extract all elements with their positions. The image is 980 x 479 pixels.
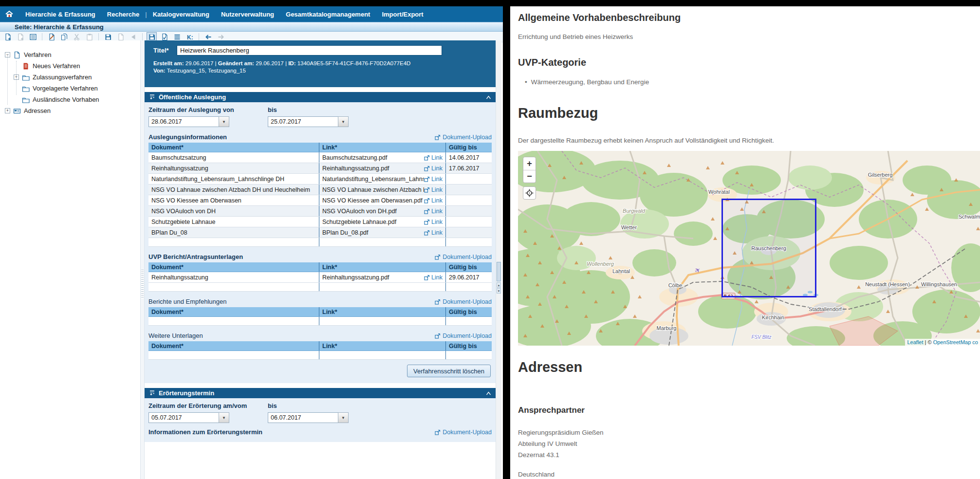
eroerterung-date-to: ▼ <box>268 412 349 423</box>
link-button[interactable]: Link <box>424 208 443 215</box>
link-cell[interactable] <box>319 317 446 325</box>
section-oeffentliche-auslegung[interactable]: Öffentliche Auslegung <box>145 92 496 102</box>
tree-item-ausländische-vorhaben[interactable]: Ausländische Vorhaben <box>0 94 140 105</box>
dropdown-arrow-icon[interactable]: ▼ <box>338 412 349 423</box>
dropdown-arrow-icon[interactable]: ▼ <box>338 116 349 127</box>
collapse-chevron-icon[interactable] <box>486 95 491 100</box>
doc-cell[interactable] <box>148 351 319 359</box>
table-row: ReinhaltungssatzungReinhaltungssatzung.p… <box>148 163 492 174</box>
link-cell[interactable] <box>319 238 446 246</box>
section-eroerterungstermin[interactable]: Erörterungstermin <box>145 388 496 398</box>
dokument-upload-link[interactable]: Dokument-Upload <box>435 429 492 436</box>
dokument-upload-link[interactable]: Dokument-Upload <box>435 298 492 305</box>
link-button[interactable]: Link <box>424 197 443 204</box>
home-icon[interactable] <box>3 8 16 20</box>
map-selection-rectangle <box>721 199 816 297</box>
eroerterung-date-from-input[interactable] <box>148 412 219 423</box>
delete-step-button[interactable]: Verfahrensschritt löschen <box>407 365 491 377</box>
table-title-weitere-unterlagen: Weitere Unterlagen <box>148 332 203 339</box>
doc-table-berichte-und-empfehlungen: Dokument*Link*Gültig bis <box>148 307 492 326</box>
link-button[interactable]: Link <box>424 219 443 225</box>
dropdown-arrow-icon[interactable]: ▼ <box>219 412 229 423</box>
section-title: Öffentliche Auslegung <box>159 93 226 101</box>
auslegung-date-to-input[interactable] <box>268 116 338 127</box>
valid-cell <box>446 195 492 205</box>
id-label: ID: <box>288 60 296 66</box>
file-name: NSG VOAuloch von DH.pdf <box>322 208 424 215</box>
nav-item-recherche[interactable]: Recherche <box>101 11 145 18</box>
tree-item-adressen[interactable]: +Adressen <box>0 105 140 116</box>
valid-cell[interactable] <box>446 283 492 291</box>
public-view-panel: Allgemeine Vorhabenbeschreibung Errichtu… <box>510 6 980 479</box>
link-button[interactable]: Link <box>424 154 443 161</box>
doc-cell[interactable] <box>148 238 319 246</box>
tree-item-neues-verfahren[interactable]: Neues Verfahren <box>0 60 140 72</box>
doc-cell: Naturlandstiftung_Lebensraum_Lahnschling… <box>148 174 319 184</box>
valid-cell: 17.06.2017 <box>446 163 492 173</box>
collapse-chevron-icon[interactable] <box>486 391 491 396</box>
dokument-upload-link[interactable]: Dokument-Upload <box>435 254 492 260</box>
tree-item-vorgelagerte-verfahren[interactable]: Vorgelagerte Verfahren <box>0 83 140 94</box>
zoom-out-button[interactable]: − <box>523 170 536 183</box>
osm-link[interactable]: OpenStreetMap co <box>933 339 978 345</box>
doc-cell[interactable] <box>148 317 319 325</box>
link-button[interactable]: Link <box>424 165 443 172</box>
scroll-up-icon[interactable]: ▲ <box>497 282 501 288</box>
link-button[interactable]: Link <box>424 229 443 236</box>
valid-cell[interactable] <box>446 238 492 246</box>
table-empty-row <box>148 351 492 360</box>
category-heading: UVP-Kategorie <box>518 57 975 68</box>
valid-cell <box>446 184 492 195</box>
map[interactable]: ✈GilserbergBurgwaldWohratalWetterWollenb… <box>518 151 980 346</box>
tree-item-label: Adressen <box>24 107 51 114</box>
dokument-upload-link[interactable]: Dokument-Upload <box>435 332 492 339</box>
link-button[interactable]: Link <box>424 274 443 281</box>
titel-input[interactable] <box>177 45 442 55</box>
valid-cell[interactable] <box>446 351 492 359</box>
nav-item-katalogverwaltung[interactable]: Katalogverwaltung <box>147 11 215 18</box>
nav-item-gesamtkatalogmanagement[interactable]: Gesamtkatalogmanagement <box>280 11 376 18</box>
tree-item-label: Verfahren <box>24 51 51 58</box>
eroerterung-date-to-input[interactable] <box>268 412 338 423</box>
upload-label: Dokument-Upload <box>443 298 492 305</box>
column-header: Dokument* <box>148 341 319 350</box>
valid-cell[interactable] <box>446 317 492 325</box>
by-value: Testzugang_15, Testzugang_15 <box>167 68 246 74</box>
tree-item-verfahren[interactable]: −Verfahren <box>0 49 140 60</box>
leaflet-link[interactable]: Leaflet <box>907 339 923 345</box>
panel-splitter[interactable] <box>140 40 145 479</box>
link-button[interactable]: Link <box>424 176 443 183</box>
tree-item-zulassungsverfahren[interactable]: +Zulassungsverfahren <box>0 72 140 83</box>
svg-text:K:: K: <box>187 34 193 40</box>
address-book-icon <box>13 107 21 115</box>
link-label: Link <box>431 274 443 281</box>
map-label-neustadt-hessen: Neustadt (Hessen) <box>865 281 910 287</box>
doc-cell[interactable] <box>148 283 319 291</box>
map-label-kirchhain: Kirchhain <box>762 314 784 320</box>
table-header-row: Dokument*Link*Gültig bis <box>148 262 492 272</box>
dropdown-arrow-icon[interactable]: ▼ <box>219 116 229 127</box>
toolbar-separator <box>98 33 99 40</box>
nav-item-nutzerverwaltung[interactable]: Nutzerverwaltung <box>215 11 280 18</box>
locate-button[interactable] <box>523 186 536 200</box>
scroll-down-icon[interactable]: ▼ <box>497 288 501 294</box>
ansprechpartner-heading: Ansprechpartner <box>518 405 975 415</box>
link-cell[interactable] <box>319 283 446 291</box>
map-label-gilserberg: Gilserberg <box>868 172 893 178</box>
section-body-auslegung: Zeitraum der Auslegung von bis ▼ ▼ Ausle… <box>145 102 496 383</box>
map-label-wollenberg: Wollenberg <box>587 261 614 267</box>
doc-name: Reinhaltungssatzung <box>151 165 208 172</box>
nav-item-hierarchie-erfassung[interactable]: Hierarchie & Erfassung <box>19 11 101 18</box>
zoom-in-button[interactable]: + <box>523 157 536 170</box>
form-scrollbar[interactable]: ▲ ▼ <box>496 40 501 479</box>
auslegung-date-from-input[interactable] <box>148 116 219 127</box>
dokument-upload-link[interactable]: Dokument-Upload <box>435 134 492 141</box>
tree-expander-plus-icon[interactable]: + <box>5 108 10 113</box>
link-cell: Baumschutzsatzung.pdfLink <box>319 152 446 163</box>
nav-item-import-export[interactable]: Import/Export <box>376 11 429 18</box>
link-cell[interactable] <box>319 351 446 359</box>
scrollbar-thumb[interactable] <box>497 262 501 281</box>
table-title-row: Berichte und EmpfehlungenDokument-Upload <box>148 297 492 306</box>
link-button[interactable]: Link <box>424 186 443 193</box>
file-name: Schutzgebiete Lahnaue.pdf <box>322 219 424 225</box>
